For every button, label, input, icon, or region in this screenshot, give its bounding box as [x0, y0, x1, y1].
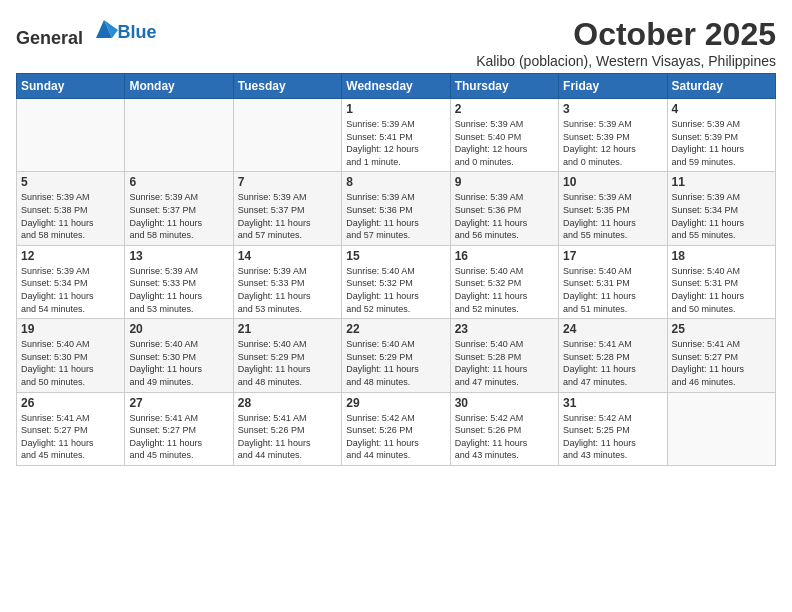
- month-title: October 2025: [476, 16, 776, 53]
- day-number: 26: [21, 396, 120, 410]
- logo-icon: [90, 16, 118, 44]
- title-section: October 2025 Kalibo (poblacion), Western…: [476, 16, 776, 69]
- calendar-cell: 29Sunrise: 5:42 AM Sunset: 5:26 PM Dayli…: [342, 392, 450, 465]
- day-info: Sunrise: 5:40 AM Sunset: 5:31 PM Dayligh…: [672, 265, 771, 315]
- day-of-week-header: Wednesday: [342, 74, 450, 99]
- calendar-cell: 5Sunrise: 5:39 AM Sunset: 5:38 PM Daylig…: [17, 172, 125, 245]
- calendar-cell: 22Sunrise: 5:40 AM Sunset: 5:29 PM Dayli…: [342, 319, 450, 392]
- day-number: 31: [563, 396, 662, 410]
- day-info: Sunrise: 5:40 AM Sunset: 5:29 PM Dayligh…: [238, 338, 337, 388]
- day-number: 21: [238, 322, 337, 336]
- calendar-week-row: 26Sunrise: 5:41 AM Sunset: 5:27 PM Dayli…: [17, 392, 776, 465]
- day-info: Sunrise: 5:42 AM Sunset: 5:26 PM Dayligh…: [455, 412, 554, 462]
- calendar-week-row: 5Sunrise: 5:39 AM Sunset: 5:38 PM Daylig…: [17, 172, 776, 245]
- day-number: 29: [346, 396, 445, 410]
- day-number: 5: [21, 175, 120, 189]
- page-header: General Blue October 2025 Kalibo (poblac…: [16, 16, 776, 69]
- day-of-week-header: Tuesday: [233, 74, 341, 99]
- calendar-cell: [667, 392, 775, 465]
- calendar-cell: [17, 99, 125, 172]
- logo-general: General: [16, 28, 83, 48]
- calendar-week-row: 19Sunrise: 5:40 AM Sunset: 5:30 PM Dayli…: [17, 319, 776, 392]
- day-info: Sunrise: 5:39 AM Sunset: 5:35 PM Dayligh…: [563, 191, 662, 241]
- day-number: 10: [563, 175, 662, 189]
- calendar-cell: 31Sunrise: 5:42 AM Sunset: 5:25 PM Dayli…: [559, 392, 667, 465]
- day-of-week-header: Saturday: [667, 74, 775, 99]
- calendar-cell: 6Sunrise: 5:39 AM Sunset: 5:37 PM Daylig…: [125, 172, 233, 245]
- calendar-cell: 13Sunrise: 5:39 AM Sunset: 5:33 PM Dayli…: [125, 245, 233, 318]
- calendar-cell: 2Sunrise: 5:39 AM Sunset: 5:40 PM Daylig…: [450, 99, 558, 172]
- calendar-cell: 4Sunrise: 5:39 AM Sunset: 5:39 PM Daylig…: [667, 99, 775, 172]
- day-number: 1: [346, 102, 445, 116]
- day-info: Sunrise: 5:39 AM Sunset: 5:34 PM Dayligh…: [21, 265, 120, 315]
- day-number: 17: [563, 249, 662, 263]
- calendar-cell: 11Sunrise: 5:39 AM Sunset: 5:34 PM Dayli…: [667, 172, 775, 245]
- day-info: Sunrise: 5:40 AM Sunset: 5:32 PM Dayligh…: [455, 265, 554, 315]
- calendar-cell: 28Sunrise: 5:41 AM Sunset: 5:26 PM Dayli…: [233, 392, 341, 465]
- day-number: 18: [672, 249, 771, 263]
- calendar-table: SundayMondayTuesdayWednesdayThursdayFrid…: [16, 73, 776, 466]
- day-info: Sunrise: 5:42 AM Sunset: 5:25 PM Dayligh…: [563, 412, 662, 462]
- day-number: 20: [129, 322, 228, 336]
- calendar-week-row: 12Sunrise: 5:39 AM Sunset: 5:34 PM Dayli…: [17, 245, 776, 318]
- day-number: 24: [563, 322, 662, 336]
- location-title: Kalibo (poblacion), Western Visayas, Phi…: [476, 53, 776, 69]
- calendar-cell: 7Sunrise: 5:39 AM Sunset: 5:37 PM Daylig…: [233, 172, 341, 245]
- calendar-cell: 8Sunrise: 5:39 AM Sunset: 5:36 PM Daylig…: [342, 172, 450, 245]
- day-info: Sunrise: 5:41 AM Sunset: 5:28 PM Dayligh…: [563, 338, 662, 388]
- day-info: Sunrise: 5:41 AM Sunset: 5:27 PM Dayligh…: [129, 412, 228, 462]
- calendar-cell: 15Sunrise: 5:40 AM Sunset: 5:32 PM Dayli…: [342, 245, 450, 318]
- calendar-header-row: SundayMondayTuesdayWednesdayThursdayFrid…: [17, 74, 776, 99]
- day-info: Sunrise: 5:40 AM Sunset: 5:30 PM Dayligh…: [129, 338, 228, 388]
- calendar-cell: 21Sunrise: 5:40 AM Sunset: 5:29 PM Dayli…: [233, 319, 341, 392]
- day-info: Sunrise: 5:41 AM Sunset: 5:27 PM Dayligh…: [672, 338, 771, 388]
- day-number: 6: [129, 175, 228, 189]
- day-number: 14: [238, 249, 337, 263]
- day-info: Sunrise: 5:39 AM Sunset: 5:36 PM Dayligh…: [455, 191, 554, 241]
- calendar-cell: 12Sunrise: 5:39 AM Sunset: 5:34 PM Dayli…: [17, 245, 125, 318]
- day-info: Sunrise: 5:41 AM Sunset: 5:27 PM Dayligh…: [21, 412, 120, 462]
- day-number: 3: [563, 102, 662, 116]
- day-info: Sunrise: 5:39 AM Sunset: 5:33 PM Dayligh…: [129, 265, 228, 315]
- day-info: Sunrise: 5:39 AM Sunset: 5:37 PM Dayligh…: [238, 191, 337, 241]
- day-number: 15: [346, 249, 445, 263]
- day-number: 27: [129, 396, 228, 410]
- day-info: Sunrise: 5:40 AM Sunset: 5:32 PM Dayligh…: [346, 265, 445, 315]
- day-number: 11: [672, 175, 771, 189]
- day-info: Sunrise: 5:39 AM Sunset: 5:34 PM Dayligh…: [672, 191, 771, 241]
- calendar-cell: 9Sunrise: 5:39 AM Sunset: 5:36 PM Daylig…: [450, 172, 558, 245]
- day-number: 4: [672, 102, 771, 116]
- day-of-week-header: Thursday: [450, 74, 558, 99]
- day-number: 12: [21, 249, 120, 263]
- calendar-cell: 23Sunrise: 5:40 AM Sunset: 5:28 PM Dayli…: [450, 319, 558, 392]
- day-number: 16: [455, 249, 554, 263]
- day-info: Sunrise: 5:39 AM Sunset: 5:39 PM Dayligh…: [563, 118, 662, 168]
- day-number: 13: [129, 249, 228, 263]
- day-number: 19: [21, 322, 120, 336]
- day-info: Sunrise: 5:39 AM Sunset: 5:41 PM Dayligh…: [346, 118, 445, 168]
- calendar-cell: 19Sunrise: 5:40 AM Sunset: 5:30 PM Dayli…: [17, 319, 125, 392]
- day-number: 9: [455, 175, 554, 189]
- calendar-cell: [233, 99, 341, 172]
- day-info: Sunrise: 5:39 AM Sunset: 5:37 PM Dayligh…: [129, 191, 228, 241]
- day-of-week-header: Sunday: [17, 74, 125, 99]
- day-info: Sunrise: 5:40 AM Sunset: 5:28 PM Dayligh…: [455, 338, 554, 388]
- calendar-cell: 30Sunrise: 5:42 AM Sunset: 5:26 PM Dayli…: [450, 392, 558, 465]
- calendar-cell: 24Sunrise: 5:41 AM Sunset: 5:28 PM Dayli…: [559, 319, 667, 392]
- day-info: Sunrise: 5:39 AM Sunset: 5:38 PM Dayligh…: [21, 191, 120, 241]
- calendar-cell: [125, 99, 233, 172]
- day-info: Sunrise: 5:41 AM Sunset: 5:26 PM Dayligh…: [238, 412, 337, 462]
- calendar-cell: 3Sunrise: 5:39 AM Sunset: 5:39 PM Daylig…: [559, 99, 667, 172]
- day-info: Sunrise: 5:40 AM Sunset: 5:31 PM Dayligh…: [563, 265, 662, 315]
- calendar-cell: 20Sunrise: 5:40 AM Sunset: 5:30 PM Dayli…: [125, 319, 233, 392]
- calendar-cell: 14Sunrise: 5:39 AM Sunset: 5:33 PM Dayli…: [233, 245, 341, 318]
- day-info: Sunrise: 5:39 AM Sunset: 5:39 PM Dayligh…: [672, 118, 771, 168]
- day-info: Sunrise: 5:40 AM Sunset: 5:29 PM Dayligh…: [346, 338, 445, 388]
- calendar-week-row: 1Sunrise: 5:39 AM Sunset: 5:41 PM Daylig…: [17, 99, 776, 172]
- calendar-cell: 16Sunrise: 5:40 AM Sunset: 5:32 PM Dayli…: [450, 245, 558, 318]
- calendar-cell: 18Sunrise: 5:40 AM Sunset: 5:31 PM Dayli…: [667, 245, 775, 318]
- day-info: Sunrise: 5:39 AM Sunset: 5:33 PM Dayligh…: [238, 265, 337, 315]
- logo: General Blue: [16, 16, 157, 49]
- day-number: 23: [455, 322, 554, 336]
- day-info: Sunrise: 5:39 AM Sunset: 5:40 PM Dayligh…: [455, 118, 554, 168]
